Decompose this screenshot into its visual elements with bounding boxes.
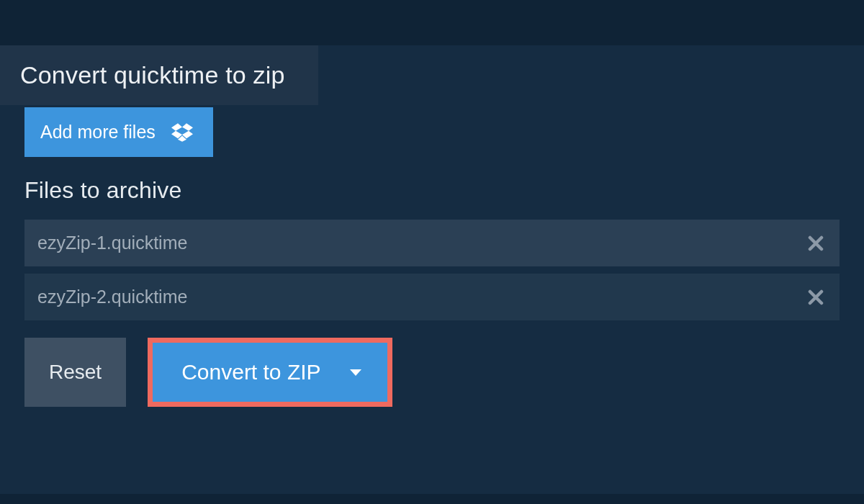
add-more-files-button[interactable]: Add more files — [24, 107, 213, 157]
main-panel: Add more files Files to archive ezyZip-1… — [0, 107, 864, 504]
tab-convert-quicktime-to-zip[interactable]: Convert quicktime to zip — [0, 45, 318, 105]
files-to-archive-heading: Files to archive — [24, 177, 840, 204]
convert-button-highlight: Convert to ZIP — [148, 338, 392, 407]
remove-file-button[interactable] — [806, 288, 825, 307]
remove-file-button[interactable] — [806, 234, 825, 253]
chevron-down-icon — [350, 369, 361, 376]
tab-bar: Convert quicktime to zip — [0, 45, 864, 107]
window-topbar — [0, 0, 864, 45]
add-more-files-label: Add more files — [40, 122, 156, 143]
file-name: ezyZip-1.quicktime — [37, 233, 187, 253]
dropbox-icon — [171, 123, 193, 142]
file-name: ezyZip-2.quicktime — [37, 287, 187, 307]
action-row: Reset Convert to ZIP — [24, 338, 840, 407]
reset-label: Reset — [49, 361, 102, 383]
convert-label: Convert to ZIP — [181, 360, 320, 384]
footer-strip — [0, 494, 864, 504]
file-row: ezyZip-2.quicktime — [24, 274, 840, 320]
tab-title: Convert quicktime to zip — [20, 61, 285, 89]
convert-to-zip-button[interactable]: Convert to ZIP — [153, 343, 387, 402]
file-list: ezyZip-1.quicktime ezyZip-2.quicktime — [24, 220, 840, 320]
file-row: ezyZip-1.quicktime — [24, 220, 840, 266]
reset-button[interactable]: Reset — [24, 338, 126, 407]
